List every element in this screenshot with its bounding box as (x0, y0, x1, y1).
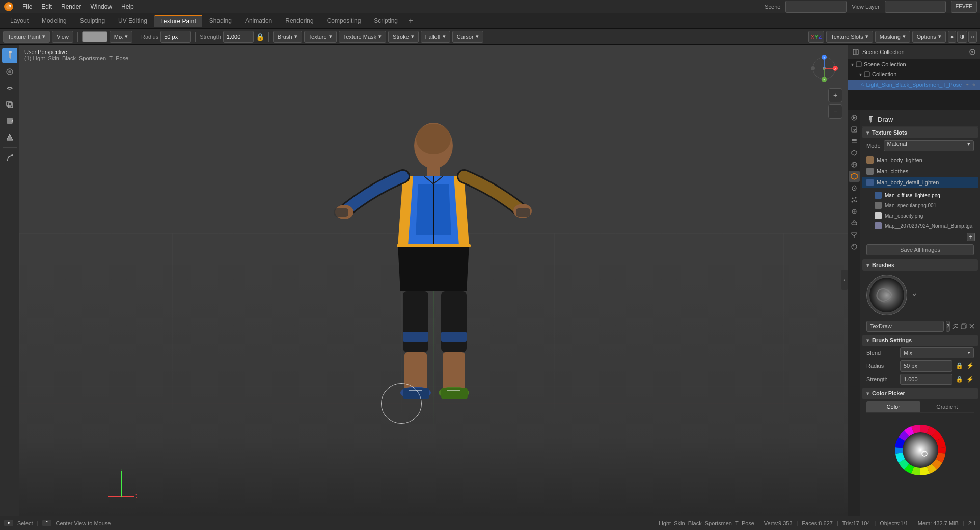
svg-point-16 (414, 123, 453, 169)
brush-btn[interactable]: Brush ▾ (273, 31, 302, 43)
options-btn[interactable]: Options ▾ (912, 31, 946, 43)
mode-selector[interactable]: Texture Paint ▾ (3, 31, 50, 43)
menu-edit[interactable]: Edit (37, 2, 56, 11)
texture-btn[interactable]: Texture ▾ (304, 31, 337, 43)
color-picker-header[interactable]: ▾ Color Picker (862, 388, 978, 399)
brush-delete-icon[interactable] (968, 323, 975, 330)
tool-smear[interactable] (2, 81, 17, 96)
tab-animation[interactable]: Animation (239, 15, 278, 26)
menu-help[interactable]: Help (117, 2, 138, 11)
brush-expand-btn[interactable] (911, 292, 974, 299)
prop-data[interactable] (849, 229, 860, 241)
panel-toggle[interactable]: ‹ (841, 270, 848, 291)
falloff-btn[interactable]: Falloff ▾ (421, 31, 450, 43)
prop-modifier[interactable] (849, 182, 860, 194)
strength-lock-icon[interactable]: 🔒 (956, 376, 963, 383)
color-tab[interactable]: Color (866, 401, 920, 412)
tab-compositing[interactable]: Compositing (321, 15, 367, 26)
outliner-object[interactable]: Light_Skin_Black_Sportsmen_T_Pose (848, 80, 980, 90)
strength-lock-icon[interactable]: 🔒 (256, 33, 264, 41)
radius-lock-icon[interactable]: 🔒 (956, 362, 963, 369)
zoom-out-btn[interactable]: − (828, 104, 842, 119)
blend-selector[interactable]: Mix ▾ (110, 31, 132, 43)
viewport-shading-solid[interactable]: ● (948, 31, 957, 43)
texture-slots-btn[interactable]: Texture Slots ▾ (826, 31, 873, 43)
radius-pressure-icon[interactable]: ⚡ (966, 362, 974, 369)
outliner-collection[interactable]: ▾ Collection (848, 69, 980, 80)
tool-clone[interactable] (2, 97, 17, 112)
scene-selector[interactable] (785, 1, 847, 13)
viewport[interactable]: User Perspective (1) Light_Skin_Black_Sp… (19, 45, 848, 516)
subtexture-row-2[interactable]: Man_opacity.png (862, 210, 978, 221)
tool-soften[interactable] (2, 64, 17, 80)
tab-rendering[interactable]: Rendering (279, 15, 319, 26)
texture-row-2[interactable]: Man_body_detail_lighten (862, 177, 978, 188)
subtexture-row-0[interactable]: Man_diffuse_lighten.png (862, 190, 978, 200)
tool-annotate[interactable] (2, 150, 17, 166)
brush-copy-icon[interactable] (960, 323, 967, 330)
texture-mask-btn[interactable]: Texture Mask ▾ (339, 31, 386, 43)
prop-view-layer[interactable] (849, 136, 860, 147)
subtexture-row-1[interactable]: Man_specular.png.001 (862, 200, 978, 210)
mode-select[interactable]: Material ▾ (884, 140, 974, 151)
tab-texture-paint[interactable]: Texture Paint (154, 15, 202, 27)
color-wheel[interactable] (887, 417, 954, 483)
add-texture-slot-btn[interactable]: + (967, 233, 975, 241)
prop-constraints[interactable] (849, 218, 860, 229)
tool-draw[interactable] (2, 48, 17, 63)
masking-btn[interactable]: Masking ▾ (875, 31, 910, 43)
xyz-btn[interactable]: X Y Z (808, 31, 824, 43)
texture-slots-header[interactable]: ▾ Texture Slots (862, 127, 978, 138)
radius-input[interactable] (160, 31, 191, 43)
brush-link-icon[interactable] (952, 323, 959, 330)
tool-fill[interactable] (2, 113, 17, 128)
gradient-tab[interactable]: Gradient (920, 401, 974, 412)
texture-row-0[interactable]: Man_body_lighten (862, 154, 978, 166)
menu-window[interactable]: Window (86, 2, 116, 11)
brushes-header[interactable]: ▾ Brushes (862, 259, 978, 271)
view-btn[interactable]: View (52, 31, 73, 43)
save-all-images-btn[interactable]: Save All Images (866, 244, 974, 255)
view-layer-selector[interactable] (885, 1, 946, 13)
tab-modeling[interactable]: Modeling (36, 15, 73, 26)
tab-scripting[interactable]: Scripting (368, 15, 404, 26)
right-content: Draw ▾ Texture Slots Mode Material ▾ (848, 110, 980, 516)
tab-uv-editing[interactable]: UV Editing (112, 15, 153, 26)
menu-file[interactable]: File (18, 2, 36, 11)
engine-btn[interactable]: EEVEE (951, 1, 977, 13)
color-swatch[interactable] (82, 31, 107, 42)
cursor-icon[interactable] (972, 82, 975, 88)
svg-point-7 (8, 70, 11, 73)
brush-name-input[interactable] (866, 321, 944, 332)
cursor-btn[interactable]: Cursor ▾ (452, 31, 483, 43)
tab-shading[interactable]: Shading (203, 15, 238, 26)
prop-particles[interactable] (849, 194, 860, 205)
tab-sculpting[interactable]: Sculpting (74, 15, 111, 26)
menu-render[interactable]: Render (57, 2, 85, 11)
subtexture-row-3[interactable]: Map__2070297924_Normal_Bump.tga (862, 221, 978, 231)
prop-material[interactable] (849, 241, 860, 252)
blend-select[interactable]: Mix ▾ (900, 347, 974, 358)
outliner-filter-icon[interactable] (969, 48, 976, 56)
tab-layout[interactable]: Layout (4, 15, 35, 26)
outliner-scene-collection[interactable]: ▾ Scene Collection (848, 59, 980, 69)
strength-input[interactable] (223, 31, 254, 43)
prop-scene[interactable] (849, 147, 860, 158)
zoom-in-btn[interactable]: + (828, 88, 842, 102)
strength-field[interactable]: 1.000 (900, 374, 952, 385)
prop-physics[interactable] (849, 206, 860, 217)
prop-render[interactable] (849, 112, 860, 123)
viewport-shading-material[interactable]: ◑ (957, 31, 967, 43)
strength-pressure-icon[interactable]: ⚡ (966, 376, 974, 383)
brush-settings-header[interactable]: ▾ Brush Settings (862, 335, 978, 346)
stroke-btn[interactable]: Stroke ▾ (388, 31, 419, 43)
prop-object[interactable] (849, 171, 860, 182)
tool-mask[interactable] (2, 129, 17, 145)
texture-row-1[interactable]: Man_clothes (862, 166, 978, 177)
add-workspace-btn[interactable]: + (405, 15, 416, 26)
radius-field[interactable]: 50 px (900, 360, 952, 372)
eye-icon[interactable] (966, 82, 969, 88)
prop-output[interactable] (849, 124, 860, 135)
viewport-shading-render[interactable]: ○ (968, 31, 977, 43)
prop-world[interactable] (849, 159, 860, 170)
